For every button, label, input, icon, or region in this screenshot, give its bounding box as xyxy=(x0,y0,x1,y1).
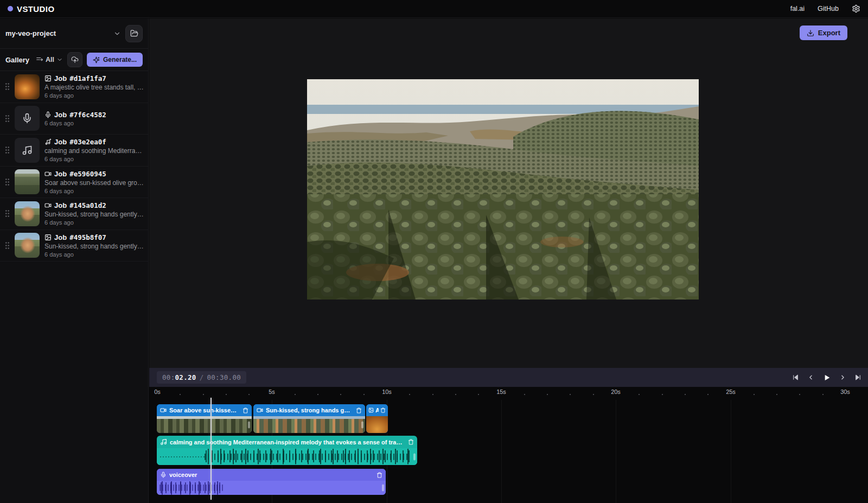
gallery-header: Gallery All Generate... xyxy=(0,49,148,71)
top-bar: VSTUDIO fal.ai GitHub xyxy=(0,0,868,18)
generate-button[interactable]: Generate... xyxy=(87,53,143,67)
job-thumbnail xyxy=(15,74,40,99)
job-list-item[interactable]: Job #145a01d2 Sun-kissed, strong hands g… xyxy=(0,198,148,230)
job-list-item[interactable]: Job #7f6c4582 6 days ago xyxy=(0,103,148,135)
export-label: Export xyxy=(818,29,840,37)
clip-title: calming and soothing Mediterranean-inspi… xyxy=(170,439,405,445)
video-icon xyxy=(44,202,52,209)
cloud-upload-icon xyxy=(71,56,79,63)
video-still-olive-grove xyxy=(307,79,699,300)
resize-handle[interactable] xyxy=(361,421,363,428)
job-id: #03e2ea0f xyxy=(69,138,106,146)
video-player[interactable] xyxy=(307,79,699,300)
job-list-item[interactable]: Job #e5960945 Soar above sun-kissed oliv… xyxy=(0,167,148,199)
app-window: VSTUDIO fal.ai GitHub my-veo-project xyxy=(0,0,868,503)
resize-handle[interactable] xyxy=(413,453,416,460)
project-selector[interactable]: my-veo-project xyxy=(5,29,121,37)
grid-line xyxy=(731,400,731,503)
project-name: my-veo-project xyxy=(5,29,56,37)
ruler-label: 5s xyxy=(266,389,277,395)
trash-icon[interactable] xyxy=(356,408,362,413)
clip-filmstrip xyxy=(253,416,365,433)
image-clip[interactable]: A xyxy=(366,404,388,433)
nav-link-falai[interactable]: fal.ai xyxy=(790,5,805,12)
job-list: Job #d1af1fa7 A majestic olive tree stan… xyxy=(0,71,148,262)
clip-title: voiceover xyxy=(169,472,374,478)
resize-handle[interactable] xyxy=(248,421,250,428)
skip-to-end-button[interactable] xyxy=(854,374,861,381)
job-thumbnail xyxy=(15,138,40,163)
upload-button[interactable] xyxy=(67,52,82,67)
mic-icon xyxy=(160,472,167,478)
job-thumbnail xyxy=(15,201,40,226)
music-icon xyxy=(160,438,167,445)
audio-waveform xyxy=(157,481,386,495)
clip-title: Sun-kissed, strong hands gently plu xyxy=(266,407,353,413)
app-logo: VSTUDIO xyxy=(8,4,54,14)
job-thumbnail xyxy=(15,169,40,194)
drag-handle-icon[interactable] xyxy=(5,146,10,154)
drag-handle-icon[interactable] xyxy=(5,178,10,186)
job-timestamp: 6 days ago xyxy=(44,92,144,99)
timecode-prefix: 00: xyxy=(162,373,175,381)
trash-icon[interactable] xyxy=(380,408,386,413)
trash-icon[interactable] xyxy=(376,472,382,478)
ruler-label: 25s xyxy=(724,389,738,395)
sparkles-icon xyxy=(93,56,100,63)
job-thumbnail xyxy=(15,233,40,258)
nav-link-github[interactable]: GitHub xyxy=(818,5,839,12)
video-clip[interactable]: Soar above sun-kissed olive xyxy=(157,404,252,433)
timecode-total: 00:30.00 xyxy=(207,373,241,381)
drag-handle-icon[interactable] xyxy=(5,82,10,91)
mic-icon xyxy=(44,111,52,118)
music-icon xyxy=(22,145,33,156)
timeline[interactable]: 0s 5s 10s 15s 20s 25s 30s Soar above sun… xyxy=(149,387,868,503)
job-list-item[interactable]: Job #495b8f07 Sun-kissed, strong hands g… xyxy=(0,230,148,262)
job-list-item[interactable]: Job #03e2ea0f calming and soothing Medit… xyxy=(0,135,148,167)
grid-line xyxy=(501,400,502,503)
job-label: Job xyxy=(54,138,67,146)
job-id: #7f6c4582 xyxy=(69,111,106,119)
music-clip[interactable]: calming and soothing Mediterranean-inspi… xyxy=(157,436,417,465)
job-id: #d1af1fa7 xyxy=(69,74,106,82)
chevron-down-icon xyxy=(56,56,63,63)
playhead[interactable] xyxy=(210,398,212,500)
audio-waveform xyxy=(157,448,417,465)
step-back-button[interactable] xyxy=(807,374,814,381)
image-icon xyxy=(44,234,52,241)
gallery-filter[interactable]: All xyxy=(36,56,63,63)
export-button[interactable]: Export xyxy=(800,26,847,40)
play-button[interactable] xyxy=(822,373,831,382)
job-timestamp: 6 days ago xyxy=(44,219,144,226)
job-id: #e5960945 xyxy=(69,170,106,178)
skip-to-start-button[interactable] xyxy=(792,374,799,381)
logo-dot-icon xyxy=(8,6,13,11)
trash-icon[interactable] xyxy=(242,408,248,413)
project-row: my-veo-project xyxy=(0,18,148,49)
job-timestamp: 6 days ago xyxy=(44,120,144,126)
voiceover-clip[interactable]: voiceover xyxy=(157,469,386,495)
clip-filmstrip xyxy=(157,416,252,433)
music-sparkle-icon xyxy=(44,138,52,145)
transport-bar: 00:02.20/00:30.00 xyxy=(149,368,868,387)
open-project-button[interactable] xyxy=(125,25,143,42)
preview-area: Export xyxy=(149,18,868,368)
job-label: Job xyxy=(54,111,67,119)
filter-value: All xyxy=(46,56,54,63)
job-list-item[interactable]: Job #d1af1fa7 A majestic olive tree stan… xyxy=(0,71,148,103)
drag-handle-icon[interactable] xyxy=(5,209,10,218)
ruler-label: 20s xyxy=(609,389,623,395)
trash-icon[interactable] xyxy=(408,439,414,445)
step-forward-button[interactable] xyxy=(839,374,846,381)
brand-name: VSTUDIO xyxy=(17,4,54,14)
gear-icon[interactable] xyxy=(852,4,860,13)
resize-handle[interactable] xyxy=(382,485,384,492)
sidebar: my-veo-project Gallery All xyxy=(0,18,149,503)
download-icon xyxy=(807,29,814,37)
drag-handle-icon[interactable] xyxy=(5,241,10,250)
video-clip[interactable]: Sun-kissed, strong hands gently plu xyxy=(253,404,365,433)
job-label: Job xyxy=(54,170,67,178)
video-icon xyxy=(257,407,263,413)
drag-handle-icon[interactable] xyxy=(5,114,10,123)
filter-icon xyxy=(36,56,43,63)
